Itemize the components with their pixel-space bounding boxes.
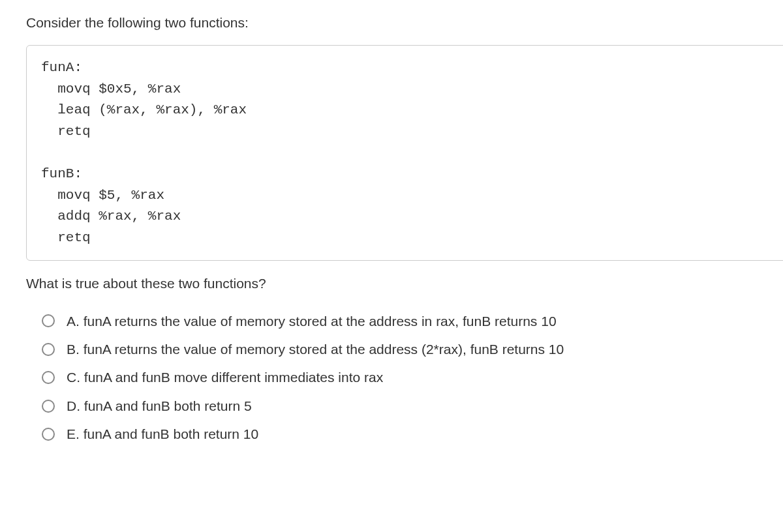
radio-a[interactable] — [42, 314, 55, 327]
option-row-a[interactable]: A. funA returns the value of memory stor… — [42, 312, 783, 331]
option-label-e[interactable]: E. funA and funB both return 10 — [67, 424, 258, 443]
option-label-d[interactable]: D. funA and funB both return 5 — [67, 396, 252, 415]
option-row-c[interactable]: C. funA and funB move different immediat… — [42, 368, 783, 387]
options-group: A. funA returns the value of memory stor… — [26, 312, 783, 444]
option-row-d[interactable]: D. funA and funB both return 5 — [42, 396, 783, 415]
option-row-b[interactable]: B. funA returns the value of memory stor… — [42, 340, 783, 359]
option-row-e[interactable]: E. funA and funB both return 10 — [42, 424, 783, 443]
option-label-c[interactable]: C. funA and funB move different immediat… — [67, 368, 383, 387]
question-text: What is true about these two functions? — [26, 274, 783, 293]
radio-e[interactable] — [42, 428, 55, 441]
code-block: funA: movq $0x5, %rax leaq (%rax, %rax),… — [26, 45, 783, 261]
radio-d[interactable] — [42, 400, 55, 413]
radio-c[interactable] — [42, 371, 55, 384]
prompt-text: Consider the following two functions: — [26, 13, 783, 32]
option-label-b[interactable]: B. funA returns the value of memory stor… — [67, 340, 564, 359]
radio-b[interactable] — [42, 343, 55, 356]
option-label-a[interactable]: A. funA returns the value of memory stor… — [67, 312, 557, 331]
